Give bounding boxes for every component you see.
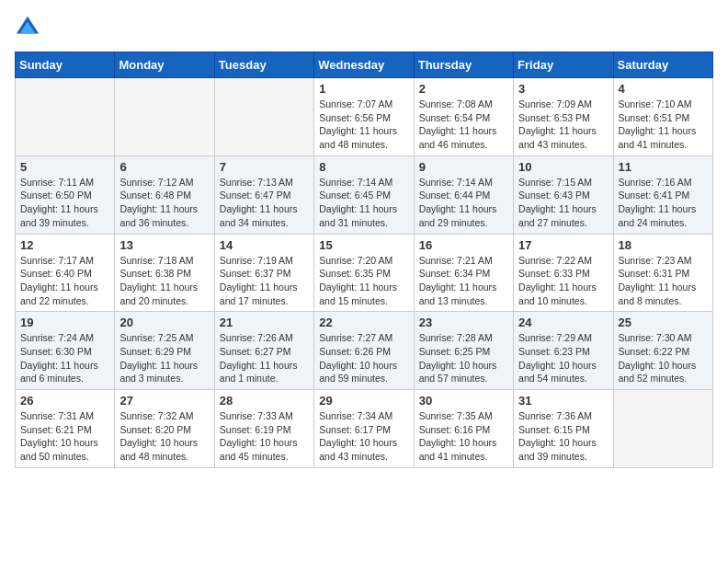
calendar-cell: 21Sunrise: 7:26 AM Sunset: 6:27 PM Dayli… xyxy=(214,312,313,390)
page-header xyxy=(15,15,713,40)
day-number: 18 xyxy=(619,238,708,252)
day-info: Sunrise: 7:24 AM Sunset: 6:30 PM Dayligh… xyxy=(20,331,109,385)
calendar-cell: 30Sunrise: 7:35 AM Sunset: 6:16 PM Dayli… xyxy=(414,390,513,468)
calendar-cell: 10Sunrise: 7:15 AM Sunset: 6:43 PM Dayli… xyxy=(514,155,613,234)
day-number: 31 xyxy=(518,394,608,408)
day-number: 20 xyxy=(119,316,209,329)
day-number: 13 xyxy=(119,238,209,252)
day-number: 22 xyxy=(319,316,408,329)
calendar-cell: 8Sunrise: 7:14 AM Sunset: 6:45 PM Daylig… xyxy=(314,155,414,234)
day-number: 25 xyxy=(619,316,708,329)
weekday-header: Monday xyxy=(115,52,214,78)
day-info: Sunrise: 7:25 AM Sunset: 6:29 PM Dayligh… xyxy=(119,331,209,385)
day-number: 5 xyxy=(20,160,109,174)
calendar-cell: 12Sunrise: 7:17 AM Sunset: 6:40 PM Dayli… xyxy=(16,234,115,312)
day-info: Sunrise: 7:29 AM Sunset: 6:23 PM Dayligh… xyxy=(518,331,608,385)
calendar-cell: 15Sunrise: 7:20 AM Sunset: 6:35 PM Dayli… xyxy=(314,234,414,312)
day-info: Sunrise: 7:10 AM Sunset: 6:51 PM Dayligh… xyxy=(619,98,708,152)
day-number: 21 xyxy=(220,316,309,329)
day-info: Sunrise: 7:32 AM Sunset: 6:20 PM Dayligh… xyxy=(119,409,209,464)
day-info: Sunrise: 7:26 AM Sunset: 6:27 PM Dayligh… xyxy=(220,331,309,385)
calendar-header-row: SundayMondayTuesdayWednesdayThursdayFrid… xyxy=(16,52,713,78)
calendar-cell: 31Sunrise: 7:36 AM Sunset: 6:15 PM Dayli… xyxy=(514,390,613,468)
weekday-header: Wednesday xyxy=(314,52,414,78)
calendar-cell: 25Sunrise: 7:30 AM Sunset: 6:22 PM Dayli… xyxy=(613,312,712,390)
calendar-table: SundayMondayTuesdayWednesdayThursdayFrid… xyxy=(15,52,713,468)
calendar-cell: 6Sunrise: 7:12 AM Sunset: 6:48 PM Daylig… xyxy=(115,155,214,234)
calendar-cell: 2Sunrise: 7:08 AM Sunset: 6:54 PM Daylig… xyxy=(414,78,513,156)
day-number: 23 xyxy=(419,316,508,329)
calendar-cell: 24Sunrise: 7:29 AM Sunset: 6:23 PM Dayli… xyxy=(514,312,613,390)
calendar-cell: 9Sunrise: 7:14 AM Sunset: 6:44 PM Daylig… xyxy=(414,155,513,234)
day-number: 11 xyxy=(619,160,708,174)
day-info: Sunrise: 7:11 AM Sunset: 6:50 PM Dayligh… xyxy=(20,176,109,230)
calendar-cell xyxy=(115,78,214,156)
day-number: 27 xyxy=(119,394,209,408)
day-info: Sunrise: 7:13 AM Sunset: 6:47 PM Dayligh… xyxy=(220,176,309,230)
day-info: Sunrise: 7:14 AM Sunset: 6:44 PM Dayligh… xyxy=(419,176,508,230)
day-number: 9 xyxy=(419,160,508,174)
calendar-cell: 7Sunrise: 7:13 AM Sunset: 6:47 PM Daylig… xyxy=(214,155,313,234)
weekday-header: Tuesday xyxy=(214,52,313,78)
calendar-cell: 4Sunrise: 7:10 AM Sunset: 6:51 PM Daylig… xyxy=(613,78,712,156)
calendar-cell: 14Sunrise: 7:19 AM Sunset: 6:37 PM Dayli… xyxy=(214,234,313,312)
day-info: Sunrise: 7:31 AM Sunset: 6:21 PM Dayligh… xyxy=(20,409,109,464)
day-info: Sunrise: 7:36 AM Sunset: 6:15 PM Dayligh… xyxy=(518,409,608,464)
day-info: Sunrise: 7:14 AM Sunset: 6:45 PM Dayligh… xyxy=(319,176,408,230)
day-info: Sunrise: 7:20 AM Sunset: 6:35 PM Dayligh… xyxy=(319,254,408,308)
weekday-header: Friday xyxy=(514,52,613,78)
calendar-cell: 1Sunrise: 7:07 AM Sunset: 6:56 PM Daylig… xyxy=(314,78,414,156)
calendar-cell: 28Sunrise: 7:33 AM Sunset: 6:19 PM Dayli… xyxy=(214,390,313,468)
calendar-cell: 11Sunrise: 7:16 AM Sunset: 6:41 PM Dayli… xyxy=(613,155,712,234)
calendar-cell xyxy=(16,78,115,156)
day-number: 7 xyxy=(220,160,309,174)
day-info: Sunrise: 7:15 AM Sunset: 6:43 PM Dayligh… xyxy=(518,176,608,230)
weekday-header: Saturday xyxy=(613,52,712,78)
day-number: 19 xyxy=(20,316,109,329)
day-number: 12 xyxy=(20,238,109,252)
calendar-cell xyxy=(214,78,313,156)
logo xyxy=(15,15,44,40)
day-info: Sunrise: 7:35 AM Sunset: 6:16 PM Dayligh… xyxy=(419,409,508,464)
day-number: 16 xyxy=(419,238,508,252)
calendar-cell: 13Sunrise: 7:18 AM Sunset: 6:38 PM Dayli… xyxy=(115,234,214,312)
calendar-cell: 18Sunrise: 7:23 AM Sunset: 6:31 PM Dayli… xyxy=(613,234,712,312)
day-info: Sunrise: 7:27 AM Sunset: 6:26 PM Dayligh… xyxy=(319,331,408,385)
day-number: 28 xyxy=(220,394,309,408)
calendar-week-row: 5Sunrise: 7:11 AM Sunset: 6:50 PM Daylig… xyxy=(16,155,713,234)
day-number: 17 xyxy=(518,238,608,252)
calendar-cell: 29Sunrise: 7:34 AM Sunset: 6:17 PM Dayli… xyxy=(314,390,414,468)
day-info: Sunrise: 7:28 AM Sunset: 6:25 PM Dayligh… xyxy=(419,331,508,385)
day-info: Sunrise: 7:22 AM Sunset: 6:33 PM Dayligh… xyxy=(518,254,608,308)
day-number: 3 xyxy=(518,82,608,96)
day-info: Sunrise: 7:17 AM Sunset: 6:40 PM Dayligh… xyxy=(20,254,109,308)
day-info: Sunrise: 7:07 AM Sunset: 6:56 PM Dayligh… xyxy=(319,98,408,152)
day-number: 6 xyxy=(119,160,209,174)
day-number: 1 xyxy=(319,82,408,96)
day-info: Sunrise: 7:09 AM Sunset: 6:53 PM Dayligh… xyxy=(518,98,608,152)
calendar-week-row: 19Sunrise: 7:24 AM Sunset: 6:30 PM Dayli… xyxy=(16,312,713,390)
day-info: Sunrise: 7:23 AM Sunset: 6:31 PM Dayligh… xyxy=(619,254,708,308)
calendar-cell xyxy=(613,390,712,468)
day-info: Sunrise: 7:12 AM Sunset: 6:48 PM Dayligh… xyxy=(119,176,209,230)
calendar-cell: 3Sunrise: 7:09 AM Sunset: 6:53 PM Daylig… xyxy=(514,78,613,156)
day-info: Sunrise: 7:34 AM Sunset: 6:17 PM Dayligh… xyxy=(319,409,408,464)
day-info: Sunrise: 7:21 AM Sunset: 6:34 PM Dayligh… xyxy=(419,254,508,308)
day-number: 8 xyxy=(319,160,408,174)
weekday-header: Sunday xyxy=(16,52,115,78)
day-number: 26 xyxy=(20,394,109,408)
calendar-week-row: 1Sunrise: 7:07 AM Sunset: 6:56 PM Daylig… xyxy=(16,78,713,156)
calendar-week-row: 12Sunrise: 7:17 AM Sunset: 6:40 PM Dayli… xyxy=(16,234,713,312)
day-number: 30 xyxy=(419,394,508,408)
day-info: Sunrise: 7:30 AM Sunset: 6:22 PM Dayligh… xyxy=(619,331,708,385)
calendar-cell: 17Sunrise: 7:22 AM Sunset: 6:33 PM Dayli… xyxy=(514,234,613,312)
day-number: 4 xyxy=(619,82,708,96)
day-info: Sunrise: 7:18 AM Sunset: 6:38 PM Dayligh… xyxy=(119,254,209,308)
calendar-cell: 16Sunrise: 7:21 AM Sunset: 6:34 PM Dayli… xyxy=(414,234,513,312)
day-info: Sunrise: 7:33 AM Sunset: 6:19 PM Dayligh… xyxy=(220,409,309,464)
day-number: 15 xyxy=(319,238,408,252)
calendar-cell: 27Sunrise: 7:32 AM Sunset: 6:20 PM Dayli… xyxy=(115,390,214,468)
day-info: Sunrise: 7:16 AM Sunset: 6:41 PM Dayligh… xyxy=(619,176,708,230)
day-info: Sunrise: 7:08 AM Sunset: 6:54 PM Dayligh… xyxy=(419,98,508,152)
calendar-cell: 19Sunrise: 7:24 AM Sunset: 6:30 PM Dayli… xyxy=(16,312,115,390)
